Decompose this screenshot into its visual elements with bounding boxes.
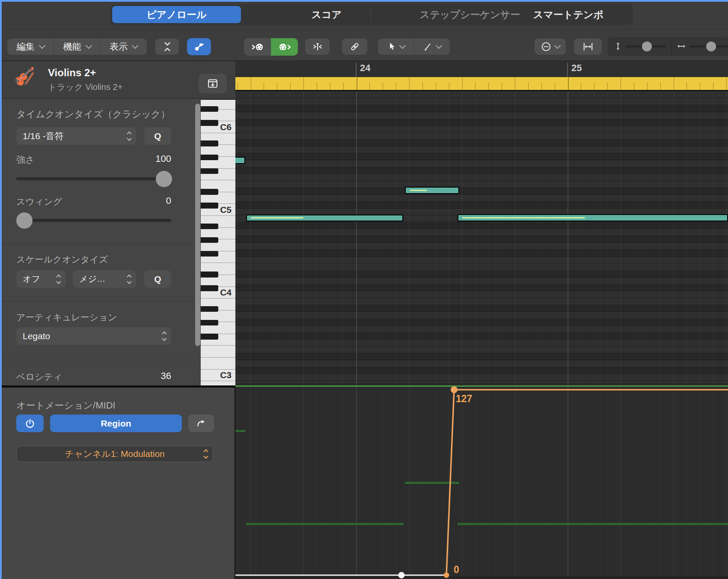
more-options-button[interactable]: [535, 39, 566, 55]
grid-row-white-key: [235, 312, 728, 319]
articulation-select[interactable]: Legato: [16, 327, 171, 345]
piano-key-white[interactable]: [201, 346, 235, 358]
piano-key-black[interactable]: [201, 106, 218, 112]
link-button[interactable]: [342, 39, 367, 55]
piano-key-black[interactable]: [201, 251, 218, 257]
piano-key-white[interactable]: C3: [201, 370, 235, 382]
swing-value: 0: [128, 195, 171, 206]
scale-quantize-label: スケールクオンタイズ: [16, 254, 108, 266]
track-title[interactable]: Violins 2+: [48, 67, 96, 79]
automation-point-white[interactable]: [398, 572, 405, 579]
collapse-button[interactable]: [155, 39, 179, 55]
grid-row-white-key: [235, 133, 728, 140]
midi-note[interactable]: [458, 214, 728, 221]
pencil-tool-button[interactable]: [414, 39, 450, 55]
swing-slider-track[interactable]: [16, 219, 171, 222]
grid-row-black-key: [235, 188, 728, 195]
fit-horizontal-button[interactable]: [574, 39, 602, 55]
swing-label: スウィング: [16, 196, 62, 208]
piano-keyboard: C3C4C5C6: [201, 99, 236, 387]
piano-key-black[interactable]: [201, 306, 218, 312]
midi-note[interactable]: [235, 157, 245, 164]
scale-mode-select[interactable]: メジ…: [73, 270, 136, 288]
automation-curve[interactable]: [235, 384, 728, 579]
piano-key-black[interactable]: [201, 120, 218, 126]
loop-bar-tick: [303, 77, 304, 90]
grid-row-white-key: [235, 91, 728, 98]
strength-slider-track[interactable]: [16, 177, 171, 180]
piano-key-black[interactable]: [201, 140, 218, 146]
vertical-zoom-thumb[interactable]: [642, 42, 652, 51]
grid-line-minor: [277, 91, 277, 384]
midi-in-out-group: [244, 38, 298, 56]
region-loop-bar[interactable]: [235, 77, 728, 90]
grid-line-minor: [488, 91, 489, 384]
automation-orange-line[interactable]: [446, 390, 728, 575]
loop-bar-tick: [621, 77, 621, 90]
grid-row-black-key: [235, 222, 728, 229]
horizontal-zoom-thumb[interactable]: [706, 42, 716, 51]
menu-bar: 編集 機能 表示: [7, 39, 147, 55]
tab-piano-roll[interactable]: ピアノロール: [112, 6, 241, 23]
grid-row-white-key: [235, 374, 728, 381]
pencil-line-icon: [423, 42, 433, 51]
grid-row-white-key: [235, 174, 728, 181]
piano-key-black[interactable]: [201, 189, 218, 195]
grid-row-black-key: [235, 167, 728, 174]
piano-key-black[interactable]: [201, 155, 218, 161]
inspector-scrollbar[interactable]: [195, 104, 200, 346]
automation-power-button[interactable]: [16, 415, 44, 432]
automation-curve-tool-button[interactable]: [187, 38, 211, 55]
automation-channel-select[interactable]: チャンネル1: Modulation: [16, 446, 213, 462]
grid-line-beat: [409, 91, 410, 384]
automation-forward-button[interactable]: [188, 415, 214, 432]
ruler-bar-label: 25: [571, 63, 582, 74]
midi-note[interactable]: [246, 215, 403, 221]
piano-roll-grid[interactable]: [235, 91, 728, 384]
midi-note[interactable]: [405, 187, 459, 194]
piano-key-black[interactable]: [201, 237, 218, 243]
piano-key-white[interactable]: [201, 358, 235, 370]
loop-bar-tick: [357, 77, 357, 90]
bar-ruler[interactable]: 2425: [235, 61, 728, 77]
grid-line-bar: [356, 91, 357, 384]
grid-row-black-key: [235, 271, 728, 278]
tab-smart-tempo[interactable]: スマートテンポ: [506, 4, 630, 25]
grid-row-white-key: [235, 229, 728, 236]
scale-root-select[interactable]: オフ: [16, 270, 65, 288]
piano-key-black[interactable]: [201, 320, 218, 326]
midi-in-button[interactable]: [244, 38, 271, 56]
time-quantize-apply-button[interactable]: Q: [144, 127, 171, 145]
piano-key-black[interactable]: [201, 334, 218, 340]
grid-row-white-key: [235, 264, 728, 271]
automation-point-low[interactable]: [444, 573, 449, 578]
pointer-tool-button[interactable]: [378, 39, 414, 55]
functions-menu[interactable]: 機能: [54, 39, 100, 55]
piano-key-black[interactable]: [201, 203, 218, 209]
swing-slider-thumb[interactable]: [16, 212, 33, 229]
automation-mode-button[interactable]: Region: [50, 415, 182, 432]
edit-menu[interactable]: 編集: [7, 39, 54, 55]
zoom-controls: [608, 37, 728, 56]
time-quantize-label: タイムクオンタイズ（クラシック）: [16, 108, 170, 121]
grid-row-black-key: [235, 250, 728, 257]
view-menu[interactable]: 表示: [101, 39, 147, 55]
catch-button[interactable]: [305, 39, 330, 55]
piano-key-black[interactable]: [201, 224, 218, 230]
grid-line-minor: [502, 91, 502, 384]
automation-point-peak[interactable]: [451, 386, 458, 393]
tab-score[interactable]: スコア: [262, 4, 391, 25]
strength-slider-thumb[interactable]: [156, 171, 172, 187]
midi-out-button[interactable]: [271, 38, 298, 56]
piano-key-black[interactable]: [201, 272, 218, 278]
window-border-left: [0, 0, 2, 579]
automation-inspector: オートメーション/MIDI Region チャンネル1: Modulation: [0, 388, 235, 579]
piano-key-black[interactable]: [201, 168, 218, 174]
scale-quantize-apply-button[interactable]: Q: [144, 270, 171, 288]
loop-bar-tick: [449, 83, 449, 90]
piano-key-black[interactable]: [201, 285, 218, 291]
time-quantize-select[interactable]: 1/16 -音符: [16, 127, 136, 145]
strength-label: 強さ: [16, 154, 35, 166]
region-inspector-toggle-button[interactable]: [199, 74, 227, 93]
automation-lane[interactable]: 1270: [235, 384, 728, 579]
